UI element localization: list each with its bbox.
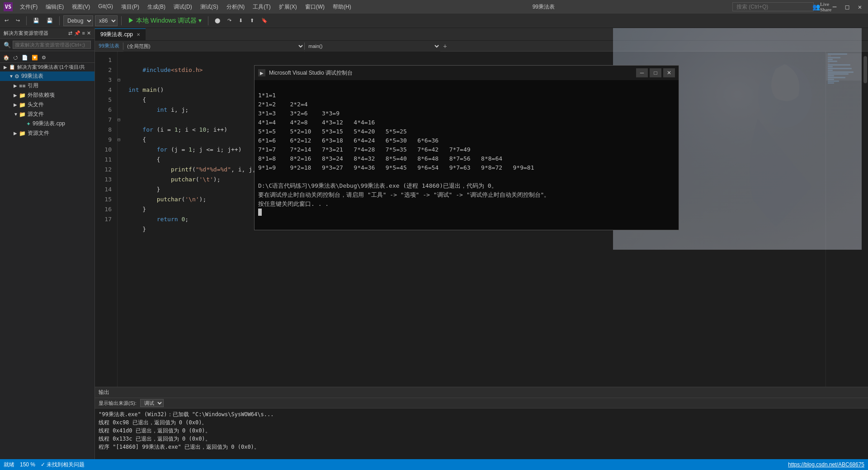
menu-edit[interactable]: 编辑(E): [42, 1, 67, 13]
maximize-btn[interactable]: □: [843, 2, 852, 11]
cpp-icon: ✦: [26, 121, 31, 127]
headers-label: 头文件: [28, 101, 44, 109]
toolbar-step-out[interactable]: ⬆: [247, 17, 257, 24]
output-toolbar: 显示输出来源(S): 调试: [95, 398, 868, 408]
live-share-btn[interactable]: 👥 Live Share: [817, 2, 826, 11]
tab-cpp-close[interactable]: ✕: [137, 32, 140, 37]
se-menu-btn[interactable]: ≡: [82, 30, 85, 36]
vertical-scrollbar[interactable]: [862, 52, 868, 387]
scrollbar-thumb[interactable]: [863, 56, 867, 83]
console-close-msg: 按任意键关闭此窗口. . .: [258, 200, 329, 207]
se-tool-icon3[interactable]: 📄: [20, 54, 29, 62]
nav-add-btn[interactable]: +: [440, 43, 449, 50]
se-search-input[interactable]: [13, 41, 91, 49]
console-line-7: 7*1=7 7*2=14 7*3=21 7*4=28 7*5=35 7*6=42…: [258, 146, 471, 153]
toolbar-step-over[interactable]: ↷: [225, 17, 234, 24]
close-btn[interactable]: ✕: [855, 2, 864, 11]
references-arrow: ▶: [14, 83, 19, 88]
minimize-btn[interactable]: ─: [830, 2, 839, 11]
toolbar-step-in[interactable]: ⬇: [236, 17, 245, 24]
tab-cpp-label: 99乘法表.cpp: [100, 31, 133, 38]
menu-help[interactable]: 帮助(H): [329, 1, 355, 13]
collapse-7[interactable]: ⊟: [118, 115, 125, 125]
source-icon: 📁: [19, 111, 26, 118]
headers-arrow: ▶: [14, 102, 19, 107]
output-source-select[interactable]: 调试: [140, 399, 164, 407]
ext-deps-arrow: ▶: [14, 93, 19, 98]
se-toolbar: 🏠 ⭯ 📄 🔽 ⚙: [0, 53, 94, 63]
console-title-left: ▶ Microsoft Visual Studio 调试控制台: [258, 69, 353, 77]
main-content: 解决方案资源管理器 ⇄ 📌 ≡ ✕ 🔍 🏠 ⭯ 📄 🔽 ⚙ ▶: [0, 28, 868, 459]
toolbar-bookmark[interactable]: 🔖: [259, 17, 270, 24]
console-close-btn[interactable]: ✕: [663, 68, 675, 77]
run-debugger-btn[interactable]: ▶ 本地 Windows 调试器 ▾: [125, 16, 204, 26]
toolbar-redo[interactable]: ↪: [13, 17, 23, 24]
func-select[interactable]: main(): [305, 41, 440, 52]
menu-test[interactable]: 测试(S): [197, 1, 222, 13]
se-pin-btn[interactable]: 📌: [74, 30, 80, 36]
status-right: https://blog.csdn.net/ABC68675: [788, 461, 864, 468]
menu-tools[interactable]: 工具(T): [249, 1, 274, 13]
console-maximize-btn[interactable]: □: [650, 68, 661, 77]
menu-window[interactable]: 窗口(W): [302, 1, 328, 13]
tree-item-cpp[interactable]: ✦ 99乘法表.cpp: [0, 119, 94, 128]
collapse-9[interactable]: ⊟: [118, 135, 125, 145]
toolbar-save-all[interactable]: 💾: [44, 17, 56, 24]
toolbar-save[interactable]: 💾: [30, 17, 42, 24]
menu-debug[interactable]: 调试(D): [170, 1, 196, 13]
menu-git[interactable]: Git(G): [94, 1, 117, 13]
tree-item-source[interactable]: ▼ 📁 源文件: [0, 109, 94, 119]
output-line-5: 程序 "[14860] 99乘法表.exe" 已退出，返回值为 0 (0x0)。: [99, 443, 864, 451]
se-tool-icon2[interactable]: ⭯: [12, 54, 19, 62]
toolbar-undo[interactable]: ↩: [2, 17, 11, 24]
menu-file[interactable]: 文件(F): [16, 1, 41, 13]
toolbar-breakpoint[interactable]: ⬤: [212, 17, 223, 24]
se-tool-icon5[interactable]: ⚙: [40, 54, 47, 62]
menu-project[interactable]: 项目(P): [118, 1, 143, 13]
console-line-4: 4*1=4 4*2=8 4*3=12 4*4=16: [258, 119, 375, 126]
global-search-input[interactable]: [732, 2, 814, 11]
ext-deps-label: 外部依赖项: [28, 91, 55, 99]
console-title-buttons: ─ □ ✕: [636, 68, 675, 77]
project-node[interactable]: ▼ ⚙ 99乘法表: [0, 71, 94, 81]
output-content: "99乘法表.exe" (Win32)：已加载 "C:\Windows\SysW…: [95, 408, 868, 459]
status-blog-url[interactable]: https://blog.csdn.net/ABC68675: [788, 461, 864, 468]
solution-label: 解决方案'99乘法表'(1个项目/共: [17, 64, 85, 71]
output-panel: 输出 显示输出来源(S): 调试 "99乘法表.exe" (Win32)：已加载…: [95, 387, 868, 459]
console-line-5: 5*1=5 5*2=10 5*3=15 5*4=20 5*5=25: [258, 128, 407, 135]
title-bar: VS 文件(F) 编辑(E) 视图(V) Git(G) 项目(P) 生成(B) …: [0, 0, 868, 14]
main-toolbar: ↩ ↪ 💾 💾 Debug x86 ▶ 本地 Windows 调试器 ▾ ⬤ ↷…: [0, 14, 868, 28]
menu-extensions[interactable]: 扩展(X): [275, 1, 301, 13]
se-header-buttons: ⇄ 📌 ≡ ✕: [68, 30, 91, 36]
editor-nav-icon: 99乘法表: [95, 43, 123, 49]
status-left: 就绪 150 % ✓ 未找到相关问题: [4, 461, 85, 469]
debug-config-select[interactable]: Debug: [63, 15, 93, 26]
solution-explorer: 解决方案资源管理器 ⇄ 📌 ≡ ✕ 🔍 🏠 ⭯ 📄 🔽 ⚙ ▶: [0, 28, 95, 459]
console-line-1: 1*1=1: [258, 92, 276, 99]
se-sync-btn[interactable]: ⇄: [68, 30, 72, 36]
collapse-3[interactable]: ⊟: [118, 75, 125, 85]
menu-view[interactable]: 视图(V): [68, 1, 94, 13]
scope-select[interactable]: (全局范围): [123, 41, 304, 52]
source-arrow: ▼: [14, 112, 19, 117]
console-minimize-btn[interactable]: ─: [636, 68, 648, 77]
tree-item-headers[interactable]: ▶ 📁 头文件: [0, 100, 94, 109]
menu-build[interactable]: 生成(B): [144, 1, 169, 13]
solution-node[interactable]: ▶ 📋 解决方案'99乘法表'(1个项目/共: [0, 63, 94, 71]
se-tool-icon4[interactable]: 🔽: [30, 54, 39, 62]
platform-select[interactable]: x86: [95, 15, 118, 26]
tree-item-references[interactable]: ▶ ■■ 引用: [0, 81, 94, 90]
console-line-9: 9*1=9 9*2=18 9*3=27 9*4=36 9*5=45 9*6=54…: [258, 164, 534, 171]
tree-item-ext-deps[interactable]: ▶ 📁 外部依赖项: [0, 90, 94, 100]
headers-icon: 📁: [19, 102, 26, 108]
se-close-btn[interactable]: ✕: [87, 30, 91, 36]
output-line-2: 线程 0xc98 已退出，返回值为 0 (0x0)。: [99, 418, 864, 427]
console-content: 1*1=1 2*1=2 2*2=4 3*1=3 3*2=6 3*3=9 4*1=…: [255, 80, 679, 230]
se-tool-icon1[interactable]: 🏠: [2, 54, 11, 62]
tree-item-resources[interactable]: ▶ 📁 资源文件: [0, 128, 94, 138]
menu-analyze[interactable]: 分析(N): [223, 1, 249, 13]
line-numbers: 12345 678910 1112131415 1617: [95, 52, 118, 387]
tab-cpp[interactable]: 99乘法表.cpp ✕: [95, 28, 146, 40]
solution-icon: 📋: [9, 64, 15, 70]
output-source-label: 显示输出来源(S):: [99, 400, 137, 407]
